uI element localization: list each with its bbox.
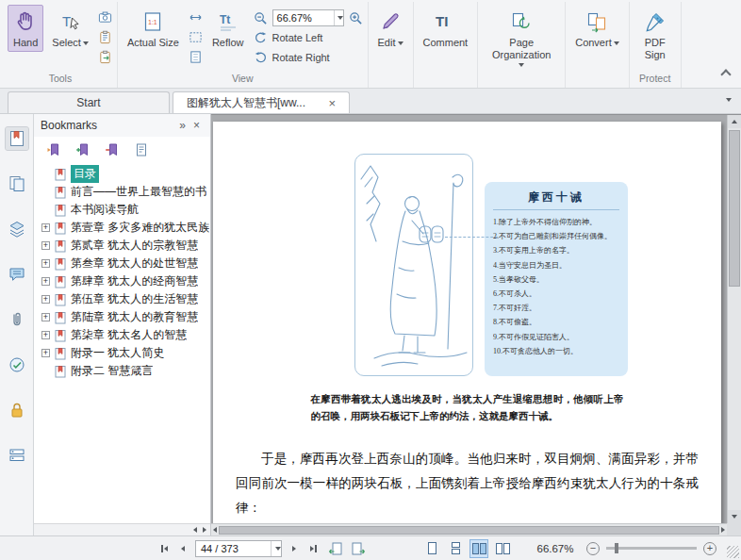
expand-toggle-icon[interactable] [41,313,50,321]
dropdown-caret-icon [338,16,343,20]
reflow-button[interactable]: Tt Reflow [206,5,250,52]
bookmark-item[interactable]: 第肆章 犹太人的经商智慧 [34,272,210,290]
bookmark-item[interactable]: 第柒章 犹太名人的智慧 [34,326,210,344]
pdf-page[interactable]: 摩西十诫 1.除了上帝外不得信仰别的神。 2.不可为自己雕刻和崇拜任何偶像。 3… [213,122,721,523]
zoom-out-button[interactable] [253,10,269,26]
page-organization-button[interactable]: Page Organization [482,5,561,70]
close-panel-icon[interactable]: × [189,120,204,131]
snapshot-button[interactable] [97,9,113,25]
comments-panel-icon[interactable] [6,263,28,286]
horizontal-scrollbar[interactable] [211,523,727,535]
actual-size-button[interactable]: 1:1 Actual Size [122,5,185,52]
bookmark-options-button[interactable] [133,141,149,157]
scroll-right-icon[interactable] [721,527,725,533]
close-tab-icon[interactable]: × [328,97,336,109]
group-edit: Edit [369,2,414,88]
layers-panel-icon[interactable] [6,218,28,240]
zoom-in-button[interactable] [348,10,364,26]
scroll-right-icon[interactable] [203,527,206,533]
collapse-ribbon-icon[interactable] [720,69,731,79]
expand-toggle-icon[interactable] [41,259,50,268]
convert-button[interactable]: Convert [569,5,625,52]
group-tools: Hand T Select [4,2,118,88]
commandment-line: 3.不可妄用上帝的名字。 [493,243,619,257]
bookmark-item[interactable]: 第贰章 犹太人的宗教智慧 [34,237,210,255]
bookmark-item[interactable]: 本书阅读导航 [34,201,210,219]
scroll-left-icon[interactable] [213,527,217,533]
pdf-sign-button[interactable]: PDF Sign [634,5,677,64]
expand-toggle-icon[interactable] [41,349,50,357]
dropdown-caret-icon [275,547,281,551]
bookmark-item[interactable]: 第壹章 多灾多难的犹太民族 [34,219,210,237]
expand-toggle-icon[interactable] [41,277,50,286]
resize-grip[interactable] [727,546,739,558]
previous-page-button[interactable] [173,540,192,557]
last-page-button[interactable] [304,540,322,557]
select-tool-button[interactable]: T Select [46,5,94,52]
security-panel-icon[interactable] [6,399,28,421]
edit-button[interactable]: Edit [372,5,409,52]
scroll-left-icon[interactable] [193,527,197,533]
scroll-up-icon[interactable] [728,115,741,128]
single-page-view-button[interactable] [422,539,441,558]
continuous-facing-view-button[interactable] [493,539,512,558]
bookmark-item[interactable]: 目录 [34,165,210,183]
comment-button[interactable]: TI Comment [418,5,474,52]
bookmark-item[interactable]: 前言——世界上最智慧的书 [34,183,210,201]
fit-page-button[interactable] [188,49,204,65]
marquee-zoom-button[interactable] [188,29,204,45]
horizontal-scroll-thumb[interactable] [219,526,719,535]
continuous-view-button[interactable] [446,539,465,558]
bookmark-label: 第壹章 多灾多难的犹太民族 [71,220,209,236]
expand-toggle-icon[interactable] [41,331,50,339]
bookmark-flag-icon [54,168,67,181]
expand-toggle-icon[interactable] [41,223,50,232]
scroll-down-icon[interactable] [728,510,741,523]
bookmark-item[interactable]: 第伍章 犹太人的生活智慧 [34,290,210,308]
tab-document-label: 图解犹太人智慧书[ww... [187,95,305,111]
bookmark-item[interactable]: 第叁章 犹太人的处世智慧 [34,255,210,272]
add-bookmark-button[interactable] [74,141,91,157]
zoom-out-circle-button[interactable]: − [586,542,600,555]
facing-view-button[interactable] [469,539,488,558]
previous-view-button[interactable] [326,540,345,557]
tab-list-icon[interactable] [726,98,732,102]
expand-panel-icon[interactable]: » [175,120,189,131]
page-number-combo[interactable]: 44 / 373 [195,540,282,557]
zoom-level-combo[interactable]: 66.67% [272,9,344,26]
bookmarks-horizontal-scrollbar[interactable] [34,523,210,535]
bookmark-flag-icon [54,257,67,271]
expand-toggle-icon[interactable] [41,241,50,250]
zoom-in-circle-button[interactable]: + [703,542,716,555]
first-page-button[interactable] [155,540,173,557]
vertical-scroll-thumb[interactable] [729,130,740,287]
zoom-slider[interactable] [606,547,697,550]
attachments-panel-icon[interactable] [6,308,28,331]
tab-document[interactable]: 图解犹太人智慧书[ww... × [173,91,350,113]
bookmark-item[interactable]: 附录二 智慧箴言 [34,362,210,380]
rotate-right-button[interactable]: Rotate Right [253,49,364,66]
locate-bookmark-button[interactable] [45,141,61,157]
fit-width-button[interactable] [188,9,204,25]
clipboard-button[interactable] [97,29,113,45]
page-number-value: 44 / 373 [201,543,271,554]
bookmark-label: 本书阅读导航 [71,202,139,218]
bookmarks-panel-icon[interactable] [6,127,28,150]
fields-panel-icon[interactable] [6,444,28,467]
zoom-slider-thumb[interactable] [615,543,618,553]
bookmark-item[interactable]: 第陆章 犹太人的教育智慧 [34,308,210,326]
bookmark-item[interactable]: 附录一 犹太人简史 [34,344,210,362]
group-label-tools: Tools [8,73,113,88]
tab-start[interactable]: Start [8,91,170,113]
hand-tool-button[interactable]: Hand [8,5,43,52]
paste-button[interactable] [97,49,113,65]
pages-panel-icon[interactable] [6,173,28,195]
expand-toggle-icon[interactable] [41,295,50,304]
vertical-scrollbar[interactable] [727,115,741,523]
signatures-panel-icon[interactable] [6,354,28,376]
rotate-left-button[interactable]: Rotate Left [253,29,364,46]
bookmark-label: 附录二 智慧箴言 [71,363,153,379]
next-page-button[interactable] [285,540,304,557]
delete-bookmark-button[interactable] [104,141,120,157]
next-view-button[interactable] [349,540,368,557]
